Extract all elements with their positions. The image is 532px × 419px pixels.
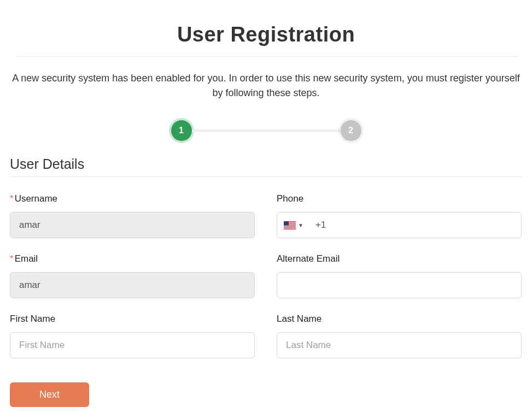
field-alt-email: Alternate Email: [277, 253, 522, 298]
phone-input-wrapper[interactable]: ▼ +1: [277, 212, 522, 238]
phone-input[interactable]: [326, 213, 521, 238]
dial-code: +1: [315, 220, 326, 231]
step-1: 1: [171, 120, 192, 141]
us-flag-icon: [284, 221, 296, 229]
stepper: 1 2: [10, 120, 522, 141]
svg-rect-7: [284, 221, 289, 226]
field-first-name: First Name: [10, 314, 255, 358]
label-last-name: Last Name: [277, 314, 522, 324]
title-divider: [14, 56, 518, 57]
intro-text: A new security system has been enabled f…: [10, 71, 522, 101]
field-email: *Email: [10, 253, 255, 298]
page-title: User Registration: [10, 23, 522, 46]
label-email-text: Email: [15, 253, 38, 264]
field-username: *Username: [10, 193, 255, 238]
email-input: [10, 272, 255, 298]
label-phone: Phone: [277, 193, 522, 204]
svg-rect-5: [284, 227, 296, 227]
label-alt-email: Alternate Email: [277, 253, 522, 264]
label-username-text: Username: [15, 193, 57, 204]
field-phone: Phone ▼ +1: [277, 193, 522, 238]
required-marker: *: [10, 253, 14, 264]
svg-rect-4: [284, 226, 296, 226]
required-marker: *: [10, 193, 14, 204]
label-email: *Email: [10, 253, 255, 264]
field-last-name: Last Name: [277, 314, 522, 358]
first-name-input[interactable]: [10, 332, 255, 358]
chevron-down-icon: ▼: [298, 222, 303, 228]
step-2: 2: [341, 120, 361, 141]
svg-rect-6: [284, 228, 296, 228]
label-first-name: First Name: [10, 314, 255, 324]
section-divider: [10, 176, 522, 177]
country-selector[interactable]: ▼: [284, 221, 308, 229]
alt-email-input[interactable]: [277, 272, 522, 298]
form-grid: *Username Phone ▼: [10, 193, 522, 374]
last-name-input[interactable]: [277, 332, 522, 358]
next-button[interactable]: Next: [10, 382, 89, 407]
username-input: [10, 212, 255, 238]
step-connector: [192, 129, 341, 132]
section-title-user-details: User Details: [10, 156, 522, 172]
label-username: *Username: [10, 193, 255, 204]
